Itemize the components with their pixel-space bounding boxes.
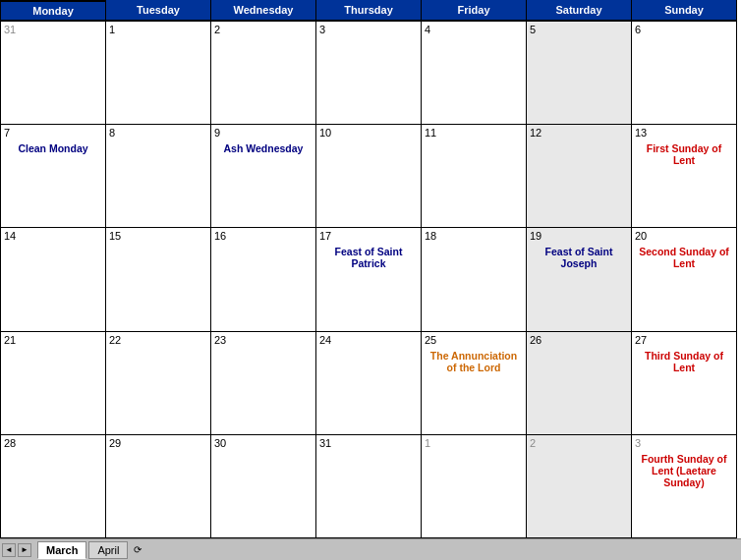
day-cell[interactable]: 19Feast of Saint Joseph (527, 228, 632, 331)
header-saturday: Saturday (527, 0, 632, 22)
day-number: 13 (635, 127, 733, 139)
day-cell[interactable]: 16 (211, 228, 316, 331)
day-number: 4 (425, 24, 523, 35)
day-number: 29 (109, 437, 207, 449)
day-cell[interactable]: 1 (106, 22, 211, 125)
day-number: 12 (530, 127, 628, 139)
day-cell[interactable]: 8 (106, 125, 211, 228)
day-number: 1 (425, 437, 523, 449)
day-cell[interactable]: 21 (1, 332, 106, 435)
day-number: 27 (635, 334, 733, 346)
day-number: 5 (530, 24, 628, 35)
day-cell[interactable]: 28 (1, 435, 106, 538)
day-number: 7 (4, 127, 102, 139)
day-cell[interactable]: 4 (422, 22, 527, 125)
day-cell[interactable]: 9Ash Wednesday (211, 125, 316, 228)
day-cell[interactable]: 13First Sunday of Lent (632, 125, 737, 228)
day-cell[interactable]: 31 (1, 22, 106, 125)
day-number: 14 (4, 230, 102, 242)
day-cell[interactable]: 29 (106, 435, 211, 538)
day-number: 28 (4, 437, 102, 449)
day-cell[interactable]: 25The Annunciation of the Lord (422, 332, 527, 435)
day-number: 21 (4, 334, 102, 346)
day-number: 20 (635, 230, 733, 242)
day-cell[interactable]: 14 (1, 228, 106, 331)
header-tuesday: Tuesday (106, 0, 211, 22)
day-cell[interactable]: 3Fourth Sunday of Lent (Laetare Sunday) (632, 435, 737, 538)
day-number: 11 (425, 127, 523, 139)
day-cell[interactable]: 3 (316, 22, 422, 125)
tab-bar: ◄►MarchApril⟳ (0, 538, 741, 560)
day-number: 3 (319, 24, 418, 35)
event-text: The Annunciation of the Lord (425, 350, 523, 373)
scroll-indicator: ⟳ (134, 544, 142, 555)
day-number: 2 (214, 24, 313, 35)
day-cell[interactable]: 18 (422, 228, 527, 331)
day-cell[interactable]: 17Feast of Saint Patrick (316, 228, 422, 331)
day-number: 3 (635, 437, 733, 449)
day-number: 31 (4, 24, 102, 35)
event-text: Ash Wednesday (214, 142, 313, 154)
event-text: Feast of Saint Patrick (319, 246, 418, 269)
day-cell[interactable]: 23 (211, 332, 316, 435)
day-number: 30 (214, 437, 313, 449)
day-number: 18 (425, 230, 523, 242)
event-text: First Sunday of Lent (635, 142, 733, 166)
header-sunday: Sunday (632, 0, 737, 22)
day-cell[interactable]: 2 (211, 22, 316, 125)
day-cell[interactable]: 2 (527, 435, 632, 538)
calendar-wrapper: MondayTuesdayWednesdayThursdayFridaySatu… (0, 0, 741, 560)
day-cell[interactable]: 6 (632, 22, 737, 125)
event-text: Feast of Saint Joseph (530, 246, 628, 269)
header-friday: Friday (422, 0, 527, 22)
day-number: 2 (530, 437, 628, 449)
day-number: 9 (214, 127, 313, 139)
event-text: Third Sunday of Lent (635, 350, 733, 373)
header-wednesday: Wednesday (211, 0, 316, 22)
day-number: 16 (214, 230, 313, 242)
event-text: Second Sunday of Lent (635, 246, 733, 269)
event-text: Fourth Sunday of Lent (Laetare Sunday) (635, 453, 733, 488)
day-number: 8 (109, 127, 207, 139)
nav-prev-button[interactable]: ◄ (2, 543, 16, 557)
day-number: 6 (635, 24, 733, 35)
tab-march[interactable]: March (37, 541, 86, 559)
day-cell[interactable]: 1 (422, 435, 527, 538)
day-cell[interactable]: 26 (527, 332, 632, 435)
day-number: 24 (319, 334, 418, 346)
day-number: 23 (214, 334, 313, 346)
day-number: 26 (530, 334, 628, 346)
day-cell[interactable]: 5 (527, 22, 632, 125)
day-cell[interactable]: 31 (316, 435, 422, 538)
day-cell[interactable]: 15 (106, 228, 211, 331)
day-cell[interactable]: 27Third Sunday of Lent (632, 332, 737, 435)
day-cell[interactable]: 24 (316, 332, 422, 435)
nav-next-button[interactable]: ► (18, 543, 31, 557)
calendar-grid: MondayTuesdayWednesdayThursdayFridaySatu… (0, 0, 741, 538)
day-number: 1 (109, 24, 207, 35)
day-number: 22 (109, 334, 207, 346)
day-cell[interactable]: 12 (527, 125, 632, 228)
day-cell[interactable]: 10 (316, 125, 422, 228)
day-cell[interactable]: 30 (211, 435, 316, 538)
day-cell[interactable]: 7Clean Monday (1, 125, 106, 228)
day-number: 25 (425, 334, 523, 346)
day-cell[interactable]: 11 (422, 125, 527, 228)
event-text: Clean Monday (4, 142, 102, 154)
day-number: 31 (319, 437, 418, 449)
day-cell[interactable]: 20Second Sunday of Lent (632, 228, 737, 331)
header-thursday: Thursday (316, 0, 422, 22)
day-cell[interactable]: 22 (106, 332, 211, 435)
header-monday: Monday (1, 0, 106, 22)
day-number: 10 (319, 127, 418, 139)
day-number: 17 (319, 230, 418, 242)
tab-april[interactable]: April (88, 541, 128, 559)
nav-arrows: ◄► (2, 543, 31, 557)
day-number: 15 (109, 230, 207, 242)
day-number: 19 (530, 230, 628, 242)
